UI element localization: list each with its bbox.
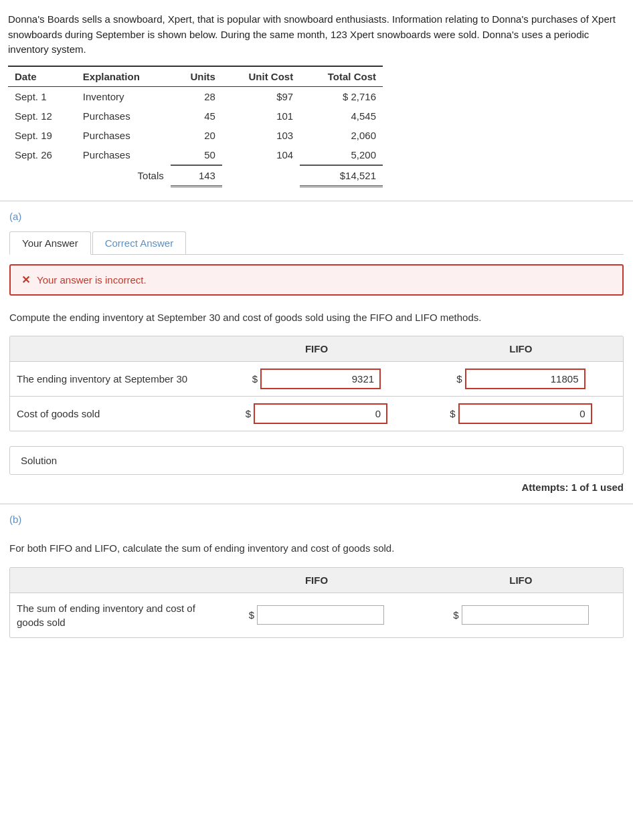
- question-text-a: Compute the ending inventory at Septembe…: [0, 302, 633, 332]
- explanation-2: Purchases: [76, 106, 171, 126]
- unit-cost-1: $97: [222, 86, 300, 106]
- inventory-section: Date Explanation Units Unit Cost Total C…: [0, 66, 633, 201]
- unit-cost-3: 103: [222, 126, 300, 145]
- grid-header-label: [10, 336, 214, 361]
- unit-cost-4: 104: [222, 145, 300, 165]
- attempts-text: Attempts: 1 of 1 used: [521, 482, 624, 493]
- section-a: (a) Your Answer Correct Answer ✕ Your an…: [0, 201, 633, 504]
- totals-row: Totals 143 $14,521: [8, 165, 383, 187]
- input-fifo-ending[interactable]: [260, 369, 381, 389]
- grid-cell-fifo-cogs: $: [214, 397, 418, 431]
- table-row: Sept. 1 Inventory 28 $97 $ 2,716: [8, 86, 383, 106]
- grid-cell-lifo-cogs: $: [419, 397, 623, 431]
- grid-b-header-lifo: LIFO: [419, 568, 623, 593]
- dollar-sign: $: [252, 373, 258, 385]
- col-explanation: Explanation: [76, 66, 171, 87]
- grid-b-label-sum: The sum of ending inventory and cost of …: [10, 593, 214, 637]
- totals-cost: $14,521: [300, 165, 383, 187]
- dollar-sign: $: [450, 408, 455, 419]
- col-date: Date: [8, 66, 76, 87]
- grid-b-cell-fifo-sum: $: [214, 599, 418, 631]
- col-units: Units: [171, 66, 222, 87]
- grid-b-row-sum: The sum of ending inventory and cost of …: [10, 593, 623, 637]
- tab-correct-answer[interactable]: Correct Answer: [92, 231, 187, 254]
- totals-label: Totals: [76, 165, 171, 187]
- section-b: (b) For both FIFO and LIFO, calculate th…: [0, 504, 633, 655]
- total-cost-2: 4,545: [300, 106, 383, 126]
- explanation-1: Inventory: [76, 86, 171, 106]
- part-b-text: For both FIFO and LIFO, calculate the su…: [0, 534, 633, 563]
- grid-label-cogs: Cost of goods sold: [10, 399, 214, 429]
- dollar-sign: $: [456, 373, 462, 385]
- grid-row-cogs: Cost of goods sold $ $: [10, 397, 623, 431]
- units-3: 20: [171, 126, 222, 145]
- data-grid-b: FIFO LIFO The sum of ending inventory an…: [9, 567, 624, 638]
- date-1: Sept. 1: [8, 86, 76, 106]
- total-cost-3: 2,060: [300, 126, 383, 145]
- table-row: Sept. 19 Purchases 20 103 2,060: [8, 126, 383, 145]
- grid-cell-lifo-ending: $: [419, 362, 623, 396]
- date-4: Sept. 26: [8, 145, 76, 165]
- tab-your-answer[interactable]: Your Answer: [9, 231, 91, 255]
- input-b-fifo-sum[interactable]: [257, 605, 384, 625]
- solution-button[interactable]: Solution: [9, 446, 624, 475]
- error-icon: ✕: [21, 274, 30, 286]
- error-text: Your answer is incorrect.: [37, 274, 147, 286]
- unit-cost-2: 101: [222, 106, 300, 126]
- grid-header-lifo: LIFO: [419, 336, 623, 361]
- data-grid-a: FIFO LIFO The ending inventory at Septem…: [9, 336, 624, 431]
- total-cost-4: 5,200: [300, 145, 383, 165]
- totals-units: 143: [171, 165, 222, 187]
- grid-b-header-fifo: FIFO: [214, 568, 418, 593]
- dollar-sign: $: [246, 408, 251, 419]
- intro-paragraph: Donna's Boards sells a snowboard, Xpert,…: [0, 0, 633, 66]
- dollar-sign: $: [453, 609, 458, 621]
- tab-list: Your Answer Correct Answer: [9, 231, 624, 255]
- date-2: Sept. 12: [8, 106, 76, 126]
- col-unit-cost: Unit Cost: [222, 66, 300, 87]
- dollar-sign: $: [249, 609, 254, 621]
- attempts-row: Attempts: 1 of 1 used: [0, 475, 633, 504]
- grid-label-ending: The ending inventory at September 30: [10, 364, 214, 394]
- table-row: Sept. 26 Purchases 50 104 5,200: [8, 145, 383, 165]
- intro-text: Donna's Boards sells a snowboard, Xpert,…: [8, 13, 616, 55]
- grid-cell-fifo-ending: $: [214, 362, 418, 396]
- grid-b-header-label: [10, 568, 214, 593]
- units-4: 50: [171, 145, 222, 165]
- date-3: Sept. 19: [8, 126, 76, 145]
- input-fifo-cogs[interactable]: [254, 403, 387, 424]
- section-a-label: (a): [0, 201, 633, 231]
- inventory-table: Date Explanation Units Unit Cost Total C…: [8, 66, 383, 187]
- grid-row-ending-inventory: The ending inventory at September 30 $ $: [10, 362, 623, 397]
- grid-b-header: FIFO LIFO: [10, 568, 623, 593]
- grid-header: FIFO LIFO: [10, 336, 623, 362]
- grid-header-fifo: FIFO: [214, 336, 418, 361]
- table-row: Sept. 12 Purchases 45 101 4,545: [8, 106, 383, 126]
- explanation-3: Purchases: [76, 126, 171, 145]
- input-lifo-cogs[interactable]: [458, 403, 592, 424]
- explanation-4: Purchases: [76, 145, 171, 165]
- units-1: 28: [171, 86, 222, 106]
- grid-b-cell-lifo-sum: $: [419, 599, 623, 631]
- error-banner: ✕ Your answer is incorrect.: [9, 264, 624, 296]
- total-cost-1: $ 2,716: [300, 86, 383, 106]
- tabs-container: Your Answer Correct Answer: [0, 231, 633, 255]
- input-b-lifo-sum[interactable]: [462, 605, 589, 625]
- units-2: 45: [171, 106, 222, 126]
- col-total-cost: Total Cost: [300, 66, 383, 87]
- section-b-label: (b): [0, 504, 633, 534]
- input-lifo-ending[interactable]: [465, 369, 585, 389]
